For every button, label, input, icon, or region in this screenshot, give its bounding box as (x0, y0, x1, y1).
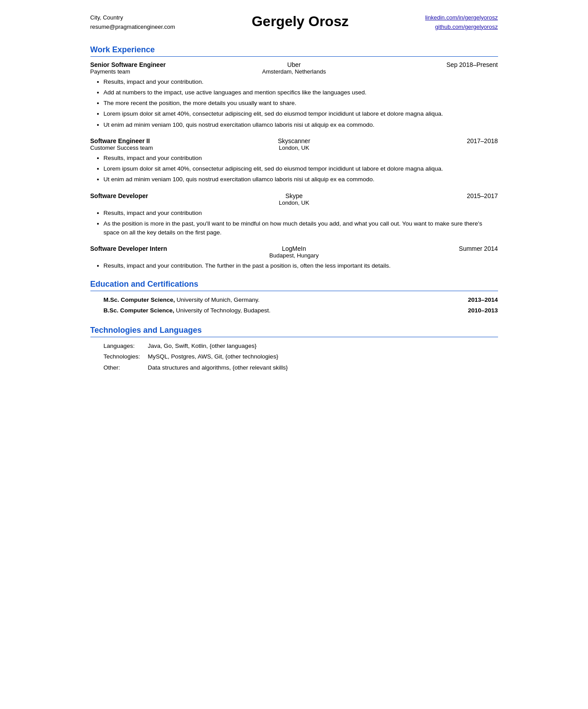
job-logmein-sub: Budapest, Hungary (90, 252, 498, 259)
edu-msc-bold: M.Sc. Computer Science, (104, 296, 175, 303)
job-uber-company: Uber (226, 61, 362, 68)
job-skype-bullets: Results, impact and your contribution As… (90, 209, 498, 238)
job-skyscanner-sub: Customer Success team London, UK (90, 144, 498, 151)
list-item: Results, impact and your contribution. (104, 78, 498, 86)
tech-other-value: Data structures and algorithms, {other r… (148, 363, 498, 372)
list-item: Languages: Java, Go, Swift, Kotlin, {oth… (104, 342, 498, 351)
list-item: As the position is more in the past, you… (104, 219, 498, 238)
header-name-block: Gergely Orosz (175, 13, 425, 30)
job-logmein-header: Software Developer Intern LogMeIn Summer… (90, 245, 498, 252)
list-item: Technologies: MySQL, Postgres, AWS, Git,… (104, 352, 498, 361)
job-skype-sub: London, UK (90, 199, 498, 206)
edu-bsc-detail: University of Technology, Budapest. (176, 307, 270, 314)
technologies-divider (90, 337, 498, 337)
work-experience-divider (90, 56, 498, 57)
list-item: B.Sc. Computer Science, University of Te… (104, 306, 498, 315)
job-skype-spacer (362, 199, 498, 206)
list-item: M.Sc. Computer Science, University of Mu… (104, 296, 498, 304)
job-uber-date: Sep 2018–Present (362, 61, 498, 68)
job-uber-location: Amsterdam, Netherlands (226, 68, 362, 75)
header-contact-left: City, Country resume@pragmaticengineer.c… (90, 13, 175, 32)
job-skype-location: London, UK (226, 199, 362, 206)
edu-bsc-bold: B.Sc. Computer Science, (104, 307, 175, 314)
header-linkedin[interactable]: linkedin.com/in/gergelyorosz (425, 13, 498, 23)
education-list: M.Sc. Computer Science, University of Mu… (90, 296, 498, 317)
job-logmein-company: LogMeIn (226, 245, 362, 252)
job-uber-sub: Payments team Amsterdam, Netherlands (90, 68, 498, 75)
job-skyscanner: Software Engineer II Skyscanner 2017–201… (90, 137, 498, 184)
edu-msc-date: 2013–2014 (468, 296, 498, 304)
header-city: City, Country (90, 13, 175, 23)
job-skyscanner-spacer (362, 144, 498, 151)
education-section: Education and Certifications M.Sc. Compu… (90, 280, 498, 317)
job-skype-team (90, 199, 226, 206)
candidate-name: Gergely Orosz (175, 13, 425, 30)
list-item: Other: Data structures and algorithms, {… (104, 363, 498, 372)
list-item: Ut enim ad minim veniam 100, quis nostru… (104, 175, 498, 184)
list-item: Results, impact and your contribution (104, 154, 498, 163)
list-item: Results, impact and your contribution. T… (104, 261, 498, 270)
tech-languages-value: Java, Go, Swift, Kotlin, {other language… (148, 342, 498, 351)
job-skyscanner-company: Skyscanner (226, 137, 362, 144)
list-item: Ut enim ad minim veniam 100, quis nostru… (104, 121, 498, 129)
job-uber-spacer (362, 68, 498, 75)
tech-other-label: Other: (104, 363, 148, 372)
job-skyscanner-header: Software Engineer II Skyscanner 2017–201… (90, 137, 498, 144)
edu-bsc-date: 2010–2013 (468, 306, 498, 315)
edu-bsc-text: B.Sc. Computer Science, University of Te… (104, 306, 459, 315)
list-item: The more recent the position, the more d… (104, 99, 498, 108)
job-logmein-date: Summer 2014 (362, 245, 498, 252)
education-divider (90, 291, 498, 291)
job-uber-title: Senior Software Engineer (90, 61, 226, 68)
edu-msc-text: M.Sc. Computer Science, University of Mu… (104, 296, 459, 304)
job-skyscanner-team: Customer Success team (90, 144, 226, 151)
edu-msc-detail: University of Munich, Germany. (177, 296, 260, 303)
list-item: Lorem ipsum dolor sit amet 40%, consecte… (104, 164, 498, 173)
job-logmein: Software Developer Intern LogMeIn Summer… (90, 245, 498, 270)
list-item: Results, impact and your contribution (104, 209, 498, 218)
job-skyscanner-location: London, UK (226, 144, 362, 151)
tech-languages-label: Languages: (104, 342, 148, 351)
header-github[interactable]: github.com/gergelyorosz (425, 23, 498, 32)
work-experience-title: Work Experience (90, 45, 498, 55)
job-skyscanner-title: Software Engineer II (90, 137, 226, 144)
technologies-title: Technologies and Languages (90, 326, 498, 335)
list-item: Add at numbers to the impact, use active… (104, 88, 498, 97)
technologies-section: Technologies and Languages Languages: Ja… (90, 326, 498, 372)
education-title: Education and Certifications (90, 280, 498, 289)
tech-technologies-value: MySQL, Postgres, AWS, Git, {other techno… (148, 352, 498, 361)
technologies-list: Languages: Java, Go, Swift, Kotlin, {oth… (90, 342, 498, 372)
job-logmein-title: Software Developer Intern (90, 245, 226, 252)
job-skype-company: Skype (226, 192, 362, 199)
job-uber: Senior Software Engineer Uber Sep 2018–P… (90, 61, 498, 129)
job-logmein-spacer (362, 252, 498, 259)
job-skype-header: Software Developer Skype 2015–2017 (90, 192, 498, 199)
list-item: Lorem ipsum dolor sit amet 40%, consecte… (104, 109, 498, 118)
job-skype-date: 2015–2017 (362, 192, 498, 199)
tech-technologies-label: Technologies: (104, 352, 148, 361)
job-skyscanner-date: 2017–2018 (362, 137, 498, 144)
resume-header: City, Country resume@pragmaticengineer.c… (90, 13, 498, 32)
work-experience-section: Work Experience Senior Software Engineer… (90, 45, 498, 271)
job-logmein-location: Budapest, Hungary (226, 252, 362, 259)
job-skyscanner-bullets: Results, impact and your contribution Lo… (90, 154, 498, 184)
job-uber-bullets: Results, impact and your contribution. A… (90, 78, 498, 129)
job-logmein-team (90, 252, 226, 259)
header-links-right: linkedin.com/in/gergelyorosz github.com/… (425, 13, 498, 32)
header-email: resume@pragmaticengineer.com (90, 23, 175, 32)
job-skype: Software Developer Skype 2015–2017 Londo… (90, 192, 498, 238)
job-uber-team: Payments team (90, 68, 226, 75)
job-skype-title: Software Developer (90, 192, 226, 199)
job-uber-header: Senior Software Engineer Uber Sep 2018–P… (90, 61, 498, 68)
job-logmein-bullets: Results, impact and your contribution. T… (90, 261, 498, 270)
